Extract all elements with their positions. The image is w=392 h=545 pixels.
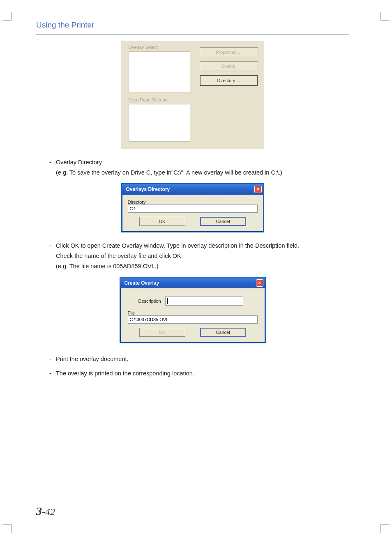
instruction-list: - Overlay Directory (e.g. To save the ov…: [49, 157, 336, 177]
dialog-titlebar[interactable]: Overlays Directory ×: [122, 184, 263, 195]
page-title: Using the Printer: [36, 21, 349, 35]
ok-button[interactable]: OK: [139, 217, 185, 226]
even-page-overlay-label: Even Page Overlay: [129, 97, 258, 102]
page-num: 42: [45, 506, 55, 517]
crop-mark: [380, 12, 389, 21]
instruction-line: Click OK to open Create Overlay window. …: [56, 241, 336, 251]
description-label: Description: [138, 299, 161, 304]
instruction-line: The overlay is printed on the correspond…: [56, 368, 336, 379]
overlay-select-list[interactable]: [129, 51, 190, 92]
description-input[interactable]: [165, 297, 243, 306]
page-content: Using the Printer Overlay Select Propert…: [36, 21, 349, 520]
file-input[interactable]: [128, 315, 258, 324]
delete-button[interactable]: Delete: [200, 61, 258, 71]
crop-mark: [380, 524, 389, 533]
instruction-list: - Print the overlay document. - The over…: [49, 354, 336, 378]
instruction-line: (e.g. The file name is 005AD859.OVL.): [56, 261, 336, 271]
properties-button[interactable]: Properties ...: [200, 47, 258, 57]
directory-input[interactable]: [128, 205, 258, 213]
instruction-line: Check the name of the overlay file and c…: [56, 251, 336, 261]
bullet-dash: -: [49, 354, 53, 364]
bullet-dash: -: [49, 368, 53, 379]
overlay-select-label: Overlay Select: [129, 45, 194, 50]
crop-mark: [3, 12, 12, 21]
directory-label: Directory: [128, 200, 258, 205]
cancel-button[interactable]: Cancel: [200, 328, 246, 337]
footer-rule: [36, 502, 349, 502]
crop-mark: [3, 524, 12, 533]
bullet-dash: -: [49, 241, 53, 271]
dialog-title: Create Overlay: [125, 280, 159, 286]
dialog-titlebar[interactable]: Create Overlay ×: [120, 278, 265, 288]
close-icon[interactable]: ×: [256, 279, 263, 287]
instruction-title: Overlay Directory: [56, 157, 336, 168]
figure-create-overlay-dialog: Create Overlay × Description File OK Can…: [36, 277, 349, 343]
page-sep: -: [42, 506, 45, 517]
bullet-dash: -: [49, 157, 53, 177]
file-label: File: [128, 310, 258, 315]
instruction-list: - Click OK to open Create Overlay window…: [49, 241, 336, 271]
cancel-button[interactable]: Cancel: [200, 217, 246, 226]
chapter-number: 3: [36, 505, 42, 517]
instruction-sub: (e.g. To save the overlay on Drive C, ty…: [56, 168, 336, 178]
figure-overlay-select: Overlay Select Properties ... Delete Dir…: [36, 41, 349, 149]
even-page-overlay-list[interactable]: [129, 104, 190, 142]
dialog-title: Overlays Directory: [126, 186, 170, 192]
instruction-line: Print the overlay document.: [56, 354, 336, 364]
directory-button[interactable]: Directory ...: [200, 75, 258, 86]
page-number: 3-42: [36, 505, 55, 518]
close-icon[interactable]: ×: [254, 186, 262, 193]
figure-overlays-directory-dialog: Overlays Directory × Directory OK Cancel: [36, 183, 349, 232]
ok-button[interactable]: OK: [139, 328, 185, 337]
